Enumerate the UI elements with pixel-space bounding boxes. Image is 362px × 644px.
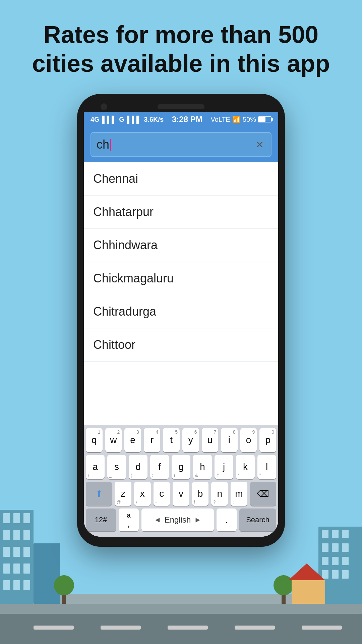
svg-rect-5 [168,626,208,630]
svg-rect-15 [3,547,10,557]
svg-rect-37 [342,570,349,579]
svg-rect-29 [322,543,328,552]
comma-key[interactable]: a , [119,508,139,531]
keyboard-row-3: ⬆ z @ x / c - v ' b [86,482,276,506]
result-item-chhatarpur[interactable]: Chhatarpur [84,196,278,229]
svg-rect-6 [235,626,275,630]
svg-rect-24 [34,543,60,604]
svg-rect-11 [23,513,30,523]
phone-camera [101,103,107,110]
key-h[interactable]: h & [193,455,212,479]
key-t[interactable]: 5 t [163,428,180,452]
delete-key[interactable]: ⌫ [250,482,276,506]
network-4g: 4G [90,116,100,123]
keyboard-row-1: 1 q 2 w 3 e 4 r 5 t [86,428,276,452]
phone-top-bar [84,104,278,109]
svg-rect-19 [13,564,20,574]
phone-frame: 4G ▌▌▌ G ▌▌▌ 3.6K/s 3:28 PM VoLTE 📶 50% … [77,94,285,547]
svg-rect-27 [332,530,339,538]
key-i[interactable]: 8 i [221,428,238,452]
num-symbol-key[interactable]: 12# [86,508,116,531]
key-p[interactable]: 0 p [259,428,276,452]
svg-rect-30 [332,543,339,552]
language-label: English [165,515,191,525]
svg-rect-36 [332,570,339,579]
key-r[interactable]: 4 r [144,428,161,452]
keyboard-row-2: a \ s _ d ( f : g ) [86,455,276,479]
phone-speaker [158,104,204,109]
key-b[interactable]: b ! [192,482,209,506]
search-input-text: ch [97,138,253,152]
search-bar: ch ✕ [84,127,278,162]
svg-rect-7 [302,626,342,630]
svg-rect-18 [3,564,10,574]
svg-rect-31 [342,543,349,552]
key-n[interactable]: n ? [211,482,228,506]
key-j[interactable]: j # [215,455,233,479]
key-m[interactable]: m ; [231,482,247,506]
svg-rect-33 [332,557,339,565]
svg-rect-20 [23,564,30,574]
result-item-chhindwara[interactable]: Chhindwara [84,229,278,262]
key-z[interactable]: z @ [115,482,131,506]
header-title: Rates for more than 500 cities available… [0,20,362,78]
svg-rect-34 [342,557,349,565]
status-right: VoLTE 📶 50% [210,115,272,123]
battery-icon [258,116,272,122]
search-key[interactable]: Search [239,508,276,531]
key-c[interactable]: c - [154,482,170,506]
dot-key[interactable]: . [217,508,237,531]
signal-bars-right: ▌▌▌ [127,116,141,123]
result-item-chitradurga[interactable]: Chitradurga [84,295,278,328]
svg-rect-9 [3,513,10,523]
dot-label: . [225,514,228,526]
text-cursor [110,139,111,151]
svg-rect-10 [13,513,20,523]
header: Rates for more than 500 cities available… [0,20,362,78]
search-value: ch [97,138,109,151]
key-k[interactable]: k * [236,455,255,479]
phone-screen: ch ✕ Chennai Chhatarpur Chhindwara Chick… [84,127,278,537]
key-y[interactable]: 6 y [182,428,199,452]
num-symbol-label: 12# [95,516,107,524]
svg-rect-35 [322,570,328,579]
key-f[interactable]: f : [150,455,169,479]
key-w[interactable]: 2 w [105,428,122,452]
key-o[interactable]: 9 o [240,428,257,452]
key-g[interactable]: g ) [172,455,190,479]
result-item-chittoor[interactable]: Chittoor [84,328,278,362]
shift-key[interactable]: ⬆ [86,482,112,506]
search-results-list: Chennai Chhatarpur Chhindwara Chickmagal… [84,162,278,425]
svg-rect-14 [23,530,30,540]
keyboard: 1 q 2 w 3 e 4 r 5 t [84,425,278,537]
key-q[interactable]: 1 q [86,428,103,452]
svg-rect-13 [13,530,20,540]
battery-percent: 50% [243,116,256,123]
svg-rect-32 [322,557,328,565]
keyboard-row-bottom: 12# a , ◄ English ► . Search [86,508,276,531]
svg-rect-23 [23,580,30,590]
key-v[interactable]: v ' [173,482,189,506]
result-item-chennai[interactable]: Chennai [84,162,278,196]
key-e[interactable]: 3 e [124,428,141,452]
key-d[interactable]: d ( [129,455,147,479]
key-s[interactable]: s _ [107,455,126,479]
wifi-icon: 📶 [232,115,241,123]
search-input-container[interactable]: ch ✕ [90,132,272,157]
key-l[interactable]: l " [257,455,276,479]
svg-rect-22 [13,580,20,590]
svg-rect-17 [23,547,30,557]
volte-indicator: VoLTE [210,116,230,123]
speed-indicator: 3.6K/s [144,116,164,123]
key-x[interactable]: x / [134,482,151,506]
result-item-chickmagaluru[interactable]: Chickmagaluru [84,262,278,295]
clear-button[interactable]: ✕ [253,139,265,151]
search-key-label: Search [246,516,269,524]
status-left: 4G ▌▌▌ G ▌▌▌ 3.6K/s [90,116,164,123]
key-a[interactable]: a \ [86,455,105,479]
status-time: 3:28 PM [172,115,202,124]
svg-point-39 [54,575,74,595]
svg-rect-12 [3,530,10,540]
space-key[interactable]: ◄ English ► [141,508,214,531]
key-u[interactable]: 7 u [202,428,219,452]
